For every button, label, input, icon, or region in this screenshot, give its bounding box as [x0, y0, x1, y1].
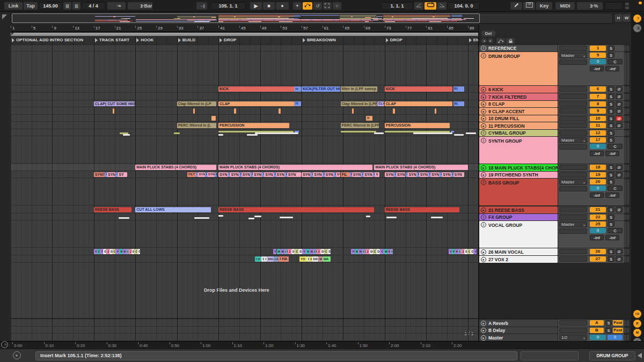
- solo-button[interactable]: S: [608, 94, 614, 99]
- clip[interactable]: [234, 108, 236, 114]
- clip-syn[interactable]: SYN: [430, 172, 440, 177]
- metronome-button[interactable]: ○●▼: [107, 2, 126, 10]
- track-number[interactable]: 11: [590, 123, 606, 128]
- panel-row-18-main-pluck-stabs-4-chords[interactable]: ▸18 MAIN PLUCK STABS(4 CHORDS18SØ: [479, 164, 631, 171]
- loop-button[interactable]: [425, 2, 436, 10]
- routing-input[interactable]: [559, 108, 587, 114]
- arm-button[interactable]: Ø: [616, 249, 623, 254]
- track-name-11-percussion[interactable]: ▸11 PERCUSSION: [479, 122, 558, 129]
- lane-18-main-pluck-stabs-4-chords[interactable]: MAIN PLUCK STABS (4 CHORDS)MAIN PLUCK ST…: [11, 164, 478, 171]
- output-routing-select[interactable]: Master▼: [559, 179, 587, 185]
- return-letter[interactable]: A: [590, 320, 604, 326]
- clip[interactable]: [113, 108, 114, 114]
- show-io-toggle[interactable]: I-O: [633, 310, 641, 318]
- show-mixer-toggle[interactable]: M: [633, 329, 641, 337]
- track-number[interactable]: 7: [590, 94, 606, 99]
- prev-arrow-button[interactable]: ◂: [481, 38, 487, 43]
- play-button[interactable]: ▶: [250, 2, 262, 10]
- clip[interactable]: [451, 131, 455, 132]
- solo-button[interactable]: S: [608, 130, 614, 136]
- clip-y[interactable]: Y: [302, 249, 306, 254]
- panel-row-11-percussion[interactable]: ▸11 PERCUSSION11SØ: [479, 122, 631, 129]
- track-number[interactable]: 6: [590, 86, 606, 92]
- clip-ca[interactable]: CA: [373, 249, 377, 254]
- gain-field[interactable]: -inf: [605, 66, 619, 71]
- clip[interactable]: [295, 131, 299, 132]
- clip-s[interactable]: S: [375, 172, 379, 177]
- tempo-field[interactable]: 145.00: [39, 2, 62, 10]
- session-record-button[interactable]: ○: [333, 2, 341, 10]
- clip-clap[interactable]: CLAP: [377, 101, 384, 106]
- solo-button[interactable]: S: [608, 165, 614, 170]
- clip-j[interactable]: J: [461, 249, 464, 254]
- track-play-icon[interactable]: ▸: [481, 123, 486, 129]
- clip-filt[interactable]: FILT: [187, 172, 195, 177]
- clip-syn[interactable]: SYN: [107, 172, 115, 177]
- arm-button[interactable]: Ø: [616, 165, 623, 170]
- return-letter[interactable]: B: [590, 328, 604, 333]
- solo-button[interactable]: S: [608, 221, 614, 227]
- track-number[interactable]: 17: [590, 137, 606, 143]
- lane-fx-group[interactable]: [11, 214, 478, 220]
- clip-sy[interactable]: SY: [336, 172, 340, 177]
- clip[interactable]: [454, 134, 464, 136]
- track-play-icon[interactable]: ▸: [481, 208, 486, 213]
- clip-ca[interactable]: CA: [295, 249, 298, 254]
- arm-button[interactable]: Ø: [616, 108, 623, 114]
- lane-19-pitchbend-synth[interactable]: SYNTH SFSYNFSYFILTFSYNFSYNFSYNFSYNFSYNFS…: [11, 172, 478, 178]
- quantize-menu[interactable]: 1 Bar▼: [128, 2, 152, 10]
- clip-fi[interactable]: FI: [294, 101, 301, 106]
- clip-del[interactable]: DEL: [267, 256, 274, 262]
- solo-button[interactable]: S: [608, 215, 614, 220]
- track-number[interactable]: 26: [590, 249, 606, 254]
- track-number[interactable]: 1: [590, 46, 606, 51]
- clip-del[interactable]: DEL: [312, 256, 318, 262]
- master-volume[interactable]: 0: [608, 335, 623, 340]
- clip-perc-filtered-in-lpf[interactable]: PERC filtered in (LPF: [341, 123, 379, 128]
- clip-w[interactable]: W.: [358, 249, 362, 254]
- track-name-vocal-group[interactable]: ≡VOCAL GROUP: [479, 221, 558, 248]
- clip-f[interactable]: F: [451, 172, 453, 177]
- back-to-arrangement-triangle-icon[interactable]: [2, 14, 7, 19]
- clip-sy[interactable]: SY: [118, 172, 127, 177]
- panel-row-drum-group[interactable]: ≡DRUM GROUPMaster▼5S0C-inf-inf: [479, 52, 631, 85]
- clip-syn[interactable]: SYN: [287, 172, 301, 177]
- clip-f[interactable]: F: [215, 172, 217, 177]
- panel-row-b-delay[interactable]: ▸B DelayBSPost: [479, 327, 631, 334]
- lane-8-clap[interactable]: CLAP( CUT SOME HIGClap filtered in (LPCL…: [11, 101, 478, 107]
- routing-input[interactable]: [559, 123, 587, 128]
- track-number[interactable]: 22: [590, 215, 606, 220]
- clip-synth-s[interactable]: SYNTH S: [94, 172, 105, 177]
- clip-clap[interactable]: CLAP: [218, 101, 294, 106]
- midi-map-button[interactable]: MIDI: [555, 2, 575, 10]
- clip-w[interactable]: W: [384, 249, 387, 254]
- next-arrow-button[interactable]: ▸: [488, 38, 493, 43]
- clip-d[interactable]: D: [137, 249, 140, 254]
- panel-row-reference[interactable]: ≡REFERENCE1S: [479, 45, 631, 51]
- track-number[interactable]: 10: [590, 116, 606, 121]
- clip-filter-in-lpf-sweep[interactable]: filter in (LPF sweep: [341, 86, 378, 92]
- clip-syn[interactable]: SYN: [264, 172, 273, 177]
- context-box[interactable]: [521, 351, 579, 360]
- track-name-27-vox-2[interactable]: ▸27 VOX 2: [479, 256, 558, 263]
- clip-j[interactable]: J: [365, 249, 369, 254]
- track-name-bass-group[interactable]: ≡BASS GROUP: [479, 179, 558, 205]
- output-routing-select[interactable]: 1/2▼: [559, 335, 587, 341]
- panel-row-fx-group[interactable]: ≡FX GROUP22S: [479, 214, 631, 220]
- solo-button[interactable]: S: [608, 207, 614, 212]
- track-name-7-kick-filtered[interactable]: ▸7 KICK FILTERED: [479, 93, 558, 100]
- reenable-automation-button[interactable]: ↺: [313, 2, 322, 10]
- track-play-icon[interactable]: ▸: [481, 335, 486, 341]
- track-name-cymbal-group[interactable]: ≡CYMBAL GROUP: [479, 130, 558, 136]
- track-play-icon[interactable]: ▸: [481, 257, 486, 262]
- output-routing-select[interactable]: Master▼: [559, 221, 587, 227]
- clip-i-h[interactable]: I H: [255, 256, 262, 262]
- panel-row-6-kick[interactable]: ▸6 KICK6SØ: [479, 86, 631, 93]
- panel-row-19-pitchbend-synth[interactable]: ▸19 PITCHBEND SYNTH19SØ: [479, 172, 631, 178]
- solo-button[interactable]: S: [605, 328, 612, 333]
- clip-clap-filtered-in-lp[interactable]: Clap filtered in (LP: [177, 101, 217, 106]
- clip-main-pluck-stabs-4-chords[interactable]: MAIN PLUCK STABS (4 CHORDS): [218, 165, 372, 170]
- panel-row-9-clap-accent[interactable]: ▸9 CLAP ACCENT9SØ: [479, 108, 631, 115]
- lane-b-delay[interactable]: [11, 327, 478, 334]
- panel-row-26-main-vocal[interactable]: ▸26 MAIN VOCAL26SØ: [479, 248, 631, 255]
